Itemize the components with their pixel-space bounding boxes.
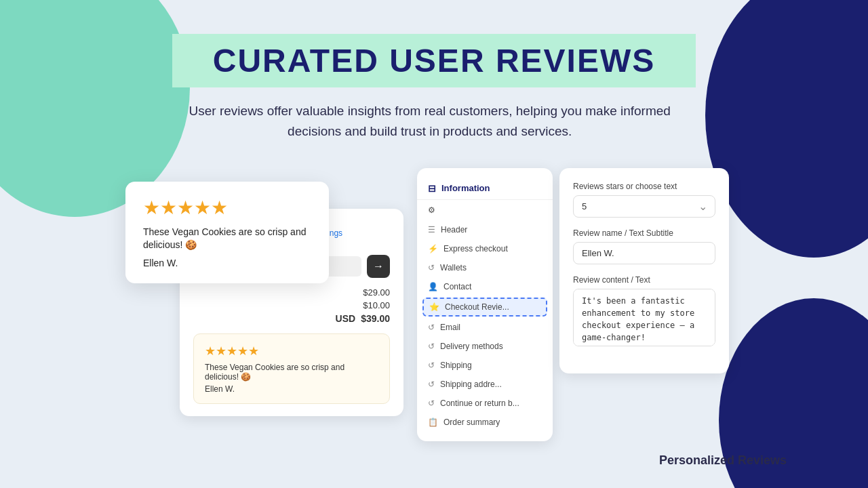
cards-area: ★★★★★ These Vegan Cookies are so crisp a… (0, 168, 868, 441)
main-content: CURATED USER REVIEWS User reviews offer … (0, 0, 868, 441)
floating-review-stars: ★★★★★ (143, 197, 311, 219)
config-panel: Reviews stars or choose text 5 4 3 2 1 R… (559, 168, 729, 373)
nav-item-wallets-label: Wallets (440, 263, 467, 272)
config-field-content: Review content / Text It's been a fantas… (573, 275, 715, 349)
price-row-1: $29.00 (193, 287, 390, 298)
stars-field-label: Reviews stars or choose text (573, 182, 715, 191)
nav-item-continue[interactable]: ↺ Continue or return b... (417, 394, 553, 413)
continue-icon: ↺ (428, 399, 435, 408)
floating-review-card: ★★★★★ These Vegan Cookies are so crisp a… (125, 182, 329, 283)
title-banner: CURATED USER REVIEWS (172, 34, 696, 87)
nav-item-express-checkout[interactable]: ⚡ Express checkout (417, 239, 553, 258)
order-summary-icon: 📋 (428, 418, 438, 427)
nav-item-delivery-label: Delivery methods (440, 342, 503, 351)
config-field-stars: Reviews stars or choose text 5 4 3 2 1 (573, 182, 715, 218)
right-panel: ⊟ Information ⚙ ☰ Header ⚡ Express check… (417, 168, 729, 441)
header-section: CURATED USER REVIEWS User reviews offer … (172, 34, 696, 142)
nav-item-email[interactable]: ↺ Email (417, 318, 553, 337)
delivery-icon: ↺ (428, 342, 435, 351)
nav-item-checkout-review-label: Checkout Revie... (445, 302, 509, 312)
mini-review-text: These Vegan Cookies are so crisp and del… (205, 363, 378, 382)
bottom-label: Personalized Reviews (659, 453, 787, 468)
nav-section-header: ⊟ Information (417, 178, 553, 200)
nav-item-shipping-address[interactable]: ↺ Shipping addre... (417, 375, 553, 394)
total-amount: $39.00 (361, 313, 390, 324)
nav-item-email-label: Email (440, 323, 460, 332)
stars-select-wrapper: 5 4 3 2 1 (573, 195, 715, 218)
checkout-review-icon: ⭐ (429, 302, 439, 312)
nav-item-order-summary[interactable]: 📋 Order summary (417, 413, 553, 432)
shipping-address-icon: ↺ (428, 380, 435, 389)
nav-item-delivery[interactable]: ↺ Delivery methods (417, 337, 553, 356)
floating-review-author: Ellen W. (143, 258, 311, 268)
nav-item-contact-label: Contact (443, 282, 471, 291)
stars-select[interactable]: 5 4 3 2 1 (573, 195, 715, 218)
review-content-textarea[interactable]: It's been a fantastic enhancement to my … (573, 289, 715, 346)
mini-review-author: Ellen W. (205, 384, 378, 394)
review-name-input[interactable] (573, 242, 715, 264)
express-checkout-icon: ⚡ (428, 244, 438, 253)
contact-icon: 👤 (428, 282, 438, 291)
nav-item-shipping[interactable]: ↺ Shipping (417, 356, 553, 375)
nav-item-shipping-address-label: Shipping addre... (440, 380, 502, 389)
price-2: $10.00 (363, 300, 390, 310)
page-subtitle: User reviews offer valuable insights fro… (172, 101, 688, 142)
total-currency: USD (336, 313, 356, 324)
price-1: $29.00 (363, 287, 390, 298)
nav-item-shipping-label: Shipping (440, 361, 472, 370)
nav-item-continue-label: Continue or return b... (440, 399, 519, 408)
nav-item-contact[interactable]: 👤 Contact (417, 277, 553, 296)
nav-item-header[interactable]: ☰ Header (417, 220, 553, 239)
nav-item-checkout-review[interactable]: ⭐ Checkout Revie... (422, 298, 547, 317)
checkout-panel: ★★★★★ These Vegan Cookies are so crisp a… (139, 168, 403, 416)
header-nav-icon: ☰ (428, 225, 435, 235)
apply-discount-button[interactable]: → (367, 255, 390, 278)
content-field-label: Review content / Text (573, 275, 715, 285)
floating-review-text: These Vegan Cookies are so crisp and del… (143, 226, 311, 252)
config-field-name: Review name / Text Subtitle (573, 228, 715, 264)
email-icon: ↺ (428, 323, 435, 332)
gear-icon: ⚙ (428, 205, 435, 215)
nav-sidebar: ⊟ Information ⚙ ☰ Header ⚡ Express check… (417, 168, 553, 441)
shipping-icon: ↺ (428, 361, 435, 370)
mini-review-stars: ★★★★★ (205, 344, 378, 359)
nav-item-wallets[interactable]: ↺ Wallets (417, 258, 553, 277)
mini-review-card: ★★★★★ These Vegan Cookies are so crisp a… (193, 333, 390, 404)
nav-item-header-label: Header (441, 225, 467, 235)
nav-settings-item[interactable]: ⚙ (417, 203, 553, 218)
nav-item-express-label: Express checkout (443, 244, 508, 253)
nav-section-title: Information (441, 183, 490, 193)
name-field-label: Review name / Text Subtitle (573, 228, 715, 238)
nav-item-order-summary-label: Order summary (443, 418, 500, 427)
wallets-icon: ↺ (428, 263, 435, 272)
page-title: CURATED USER REVIEWS (213, 42, 656, 79)
price-row-2: $10.00 (193, 300, 390, 310)
nav-section-icon: ⊟ (428, 183, 436, 194)
total-row: USD $39.00 (193, 313, 390, 324)
